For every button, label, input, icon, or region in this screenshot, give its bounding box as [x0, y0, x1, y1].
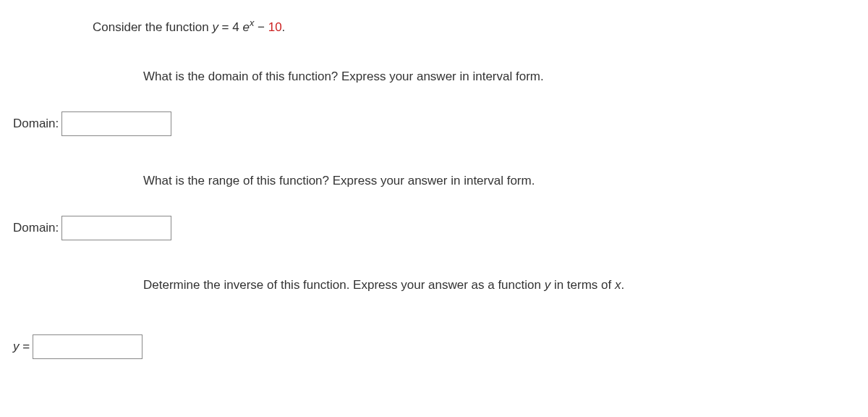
- q3-label-eq: =: [20, 340, 30, 353]
- intro-var-y: y: [212, 20, 218, 34]
- domain-input[interactable]: [61, 111, 171, 136]
- intro-text: Consider the function y = 4 ex − 10.: [93, 17, 861, 35]
- intro-prefix: Consider the function: [93, 20, 212, 34]
- answer-row-3: y =: [13, 334, 861, 359]
- question-3-text: Determine the inverse of this function. …: [143, 278, 861, 292]
- q3-suffix: .: [621, 278, 624, 292]
- answer-3-label: y =: [13, 340, 30, 354]
- answer-2-label: Domain:: [13, 221, 59, 235]
- question-2-text: What is the range of this function? Expr…: [143, 174, 861, 188]
- q3-label-var: y: [13, 340, 20, 353]
- intro-ten: 10: [268, 20, 282, 34]
- intro-equals: = 4: [218, 20, 243, 34]
- range-input[interactable]: [61, 216, 171, 240]
- q3-mid: in terms of: [550, 278, 615, 292]
- q3-var-y: y: [545, 278, 551, 292]
- q3-prefix: Determine the inverse of this function. …: [143, 278, 545, 292]
- intro-e: e: [242, 20, 249, 34]
- answer-row-2: Domain:: [13, 216, 861, 240]
- intro-period: .: [282, 20, 286, 34]
- answer-row-1: Domain:: [13, 111, 861, 136]
- inverse-input[interactable]: [33, 334, 142, 359]
- question-1-text: What is the domain of this function? Exp…: [143, 70, 861, 84]
- answer-1-label: Domain:: [13, 117, 59, 131]
- intro-minus: −: [254, 20, 268, 34]
